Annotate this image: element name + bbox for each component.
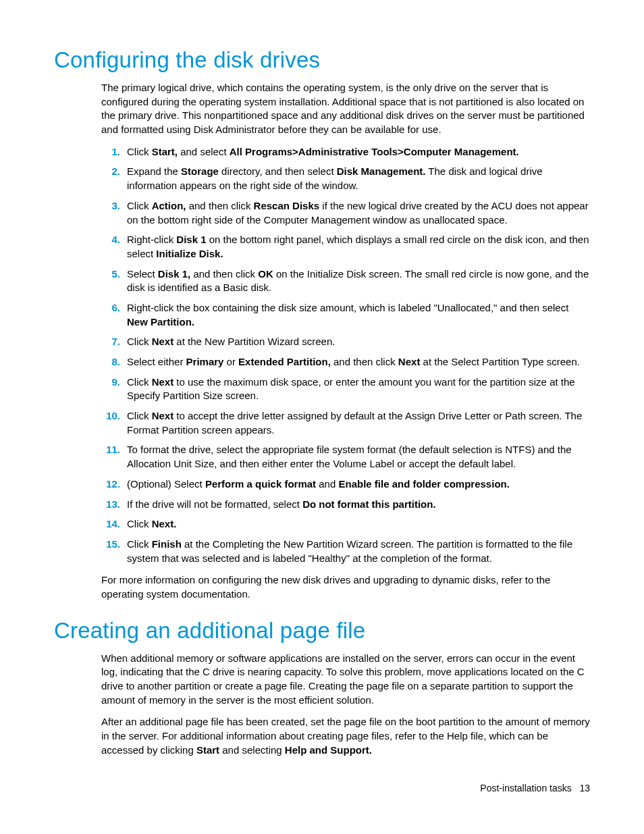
- step-item: Select either Primary or Extended Partit…: [101, 355, 590, 369]
- step-item: Click Start, and select All Programs>Adm…: [101, 145, 590, 159]
- step-item: To format the drive, select the appropri…: [101, 443, 590, 471]
- footer-page-number: 13: [579, 783, 590, 793]
- steps-list: Click Start, and select All Programs>Adm…: [54, 145, 590, 566]
- step-item: Click Next at the New Partition Wizard s…: [101, 335, 590, 349]
- step-item: Click Next to accept the drive letter as…: [101, 409, 590, 437]
- section2-para1: When additional memory or software appli…: [54, 652, 590, 708]
- step-item: Select Disk 1, and then click OK on the …: [101, 267, 590, 295]
- step-item: Right-click the box containing the disk …: [101, 301, 590, 329]
- page-footer: Post-installation tasks 13: [480, 783, 590, 793]
- step-item: Click Next.: [101, 517, 590, 531]
- intro-paragraph: The primary logical drive, which contain…: [54, 81, 590, 137]
- footer-label: Post-installation tasks: [480, 783, 571, 793]
- step-item: Click Next to use the maximum disk space…: [101, 375, 590, 403]
- step-item: Right-click Disk 1 on the bottom right p…: [101, 233, 590, 261]
- step-item: Click Finish at the Completing the New P…: [101, 538, 590, 565]
- section2-para2: After an additional page file has been c…: [54, 715, 590, 757]
- section-heading-configuring-disk-drives: Configuring the disk drives: [54, 47, 590, 73]
- step-item: Expand the Storage directory, and then s…: [101, 165, 590, 192]
- step-item: (Optional) Select Perform a quick format…: [101, 477, 590, 492]
- step-item: Click Action, and then click Rescan Disk…: [101, 199, 590, 227]
- section-heading-creating-page-file: Creating an additional page file: [54, 618, 590, 644]
- outro-paragraph: For more information on configuring the …: [54, 573, 590, 601]
- step-item: If the drive will not be formatted, sele…: [101, 498, 590, 512]
